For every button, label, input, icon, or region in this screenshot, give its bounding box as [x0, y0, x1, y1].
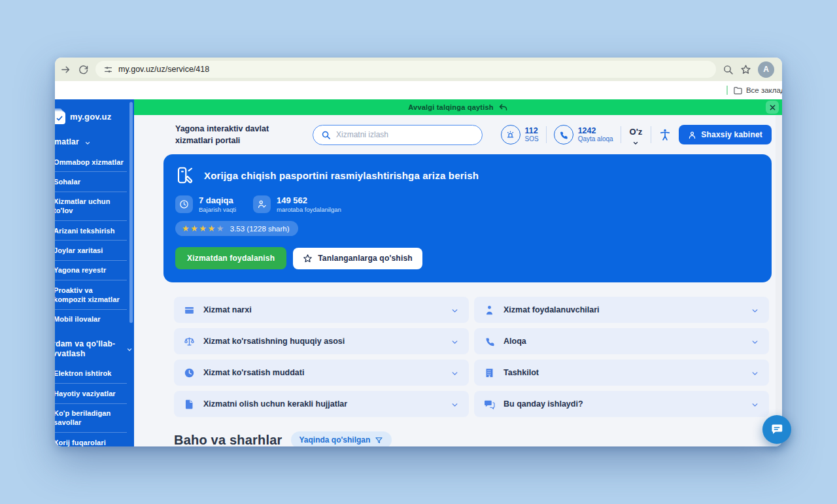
portal-title: Yagona interaktiv davlat xizmatlari port…: [175, 123, 285, 146]
service-info-accordions: Xizmat narxiXizmat foydalanuvchilariXizm…: [174, 297, 769, 417]
accordion-item[interactable]: Xizmatni olish uchun kerakli hujjatlar: [174, 391, 469, 417]
accordion-item[interactable]: Xizmat ko'rsatish muddati: [174, 360, 469, 386]
chevron-down-icon: [632, 137, 639, 144]
reviews-filter-label: Yaqinda qo'shilgan: [299, 435, 371, 445]
main-content: Avvalgi talqinga qaytish Yagona interakt…: [134, 99, 782, 446]
url-text: my.gov.uz/uz/service/418: [118, 65, 209, 74]
star-rating-icons: ★★★★★: [182, 224, 225, 233]
accordion-item[interactable]: Xizmat ko'rsatishning huquqiy asosi: [174, 328, 469, 354]
sidebar-scrollbar[interactable]: [129, 102, 133, 323]
language-selector[interactable]: O'z: [628, 126, 644, 144]
sidebar-item[interactable]: Hayotiy vaziyatlar: [55, 383, 127, 403]
duration-label: Bajarish vaqti: [199, 206, 236, 213]
sidebar-item[interactable]: Arizani tekshirish: [55, 220, 127, 240]
rating-text: 3.53 (1228 sharh): [230, 225, 290, 233]
callback-label: Qayta aloqa: [578, 135, 613, 143]
clock-icon: [184, 367, 195, 378]
phone-icon: [484, 336, 495, 347]
chevron-down-icon: [751, 306, 759, 314]
chat-icon: [484, 399, 495, 410]
card-icon: [184, 305, 195, 316]
chevron-down-icon: [126, 346, 133, 352]
address-bar[interactable]: my.gov.uz/uz/service/418: [95, 61, 716, 78]
user-icon: [484, 305, 495, 316]
siren-icon: [501, 125, 521, 144]
banner-link[interactable]: Avvalgi talqinga qaytish: [408, 103, 493, 111]
sidebar-item[interactable]: Ko'p beriladigan savollar: [55, 403, 127, 433]
reviews-section: Baho va sharhlar Yaqinda qo'shilgan: [174, 431, 782, 446]
browser-profile-avatar[interactable]: A: [758, 61, 774, 78]
accordion-item[interactable]: Bu qanday ishlaydi?: [474, 391, 769, 417]
sos-number: 112: [525, 126, 539, 135]
personal-cabinet-button[interactable]: Shaxsiy kabinet: [679, 125, 772, 144]
page-scrollbar[interactable]: [776, 115, 782, 446]
mygov-logo-icon: [55, 109, 65, 124]
search-input[interactable]: [336, 130, 474, 139]
chevron-down-icon: [751, 337, 759, 346]
chevron-down-icon: [451, 337, 459, 346]
accordion-item[interactable]: Tashkilot: [474, 360, 769, 386]
divider: [621, 126, 621, 143]
personal-cabinet-label: Shaxsiy kabinet: [701, 130, 762, 139]
divider: [546, 126, 547, 143]
rating-pill[interactable]: ★★★★★ 3.53 (1228 sharh): [175, 221, 298, 236]
clock-icon: [175, 195, 193, 213]
sidebar-section-1[interactable]: Yordam va qo'llab-quvvatlash: [55, 335, 133, 364]
usage-stat: 149 562marotaba foydalanilgan: [253, 195, 341, 213]
browser-toolbar: my.gov.uz/uz/service/418 A: [55, 58, 782, 81]
version-banner: Avvalgi talqinga qaytish: [134, 99, 782, 115]
chevron-down-icon: [84, 139, 91, 146]
sidebar-item[interactable]: Sohalar: [55, 171, 127, 191]
sos-label: SOS: [525, 135, 539, 143]
accordion-item[interactable]: Aloqa: [474, 328, 769, 354]
language-code: O'z: [630, 127, 643, 137]
user-check-icon: [253, 195, 271, 213]
usage-value: 149 562: [277, 195, 341, 206]
site-info-icon[interactable]: [103, 65, 113, 75]
chevron-down-icon: [751, 400, 759, 409]
service-search[interactable]: [313, 125, 483, 145]
sidebar-item[interactable]: Elektron ishtirok: [55, 364, 127, 383]
portal-header: Yagona interaktiv davlat xizmatlari port…: [134, 115, 782, 154]
use-service-button[interactable]: Xizmatdan foydalanish: [175, 247, 286, 269]
chevron-down-icon: [451, 400, 459, 409]
sidebar-item[interactable]: Mobil ilovalar: [55, 309, 127, 329]
scales-icon: [184, 336, 195, 347]
accessibility-icon[interactable]: [658, 127, 672, 142]
service-hero-card: Xorijga chiqish pasportini rasmiylashtir…: [163, 154, 772, 282]
add-favorites-label: Tanlanganlarga qo'shish: [318, 254, 413, 263]
all-bookmarks-label[interactable]: Все закладки: [746, 86, 782, 94]
sidebar-section-0[interactable]: Xizmatlar: [55, 133, 133, 152]
zoom-indicator-icon[interactable]: [723, 64, 734, 75]
sidebar-item[interactable]: Ommabop xizmatlar: [55, 152, 127, 171]
bookmark-star-icon[interactable]: [740, 64, 751, 75]
chat-fab-button[interactable]: [762, 415, 791, 444]
chevron-down-icon: [451, 306, 459, 314]
building-icon: [484, 367, 495, 378]
accordion-item[interactable]: Xizmat narxi: [174, 297, 469, 323]
folder-icon: [733, 86, 743, 95]
add-favorites-button[interactable]: Tanlanganlarga qo'shish: [293, 248, 422, 269]
divider: [651, 126, 651, 143]
sidebar-item[interactable]: Xorij fuqarolari uchun: [55, 432, 127, 446]
sos-contact[interactable]: 112SOS: [501, 125, 539, 144]
passport-icon: [175, 165, 195, 185]
logo[interactable]: my.gov.uz: [55, 109, 134, 124]
banner-close-button[interactable]: [766, 101, 779, 114]
reload-icon[interactable]: [78, 64, 89, 75]
browser-window: my.gov.uz/uz/service/418 A Все закладки …: [55, 58, 782, 446]
chevron-down-icon: [451, 369, 459, 377]
search-icon: [321, 130, 331, 140]
callback-number: 1242: [578, 126, 613, 135]
accordion-item[interactable]: Xizmat foydalanuvchilari: [474, 297, 769, 323]
funnel-icon: [375, 436, 383, 445]
reviews-filter-chip[interactable]: Yaqinda qo'shilgan: [291, 431, 392, 446]
duration-stat: 7 daqiqaBajarish vaqti: [175, 195, 236, 213]
sidebar-item[interactable]: Xizmatlar uchun to'lov: [55, 192, 127, 221]
callback-contact[interactable]: 1242Qayta aloqa: [554, 125, 613, 144]
forward-icon[interactable]: [60, 64, 71, 75]
sidebar-item[interactable]: Joylar xaritasi: [55, 240, 127, 260]
sidebar-item[interactable]: Yagona reyestr: [55, 260, 127, 280]
phone-icon: [554, 125, 573, 144]
sidebar-item[interactable]: Proaktiv va kompozit xizmatlar: [55, 280, 127, 309]
